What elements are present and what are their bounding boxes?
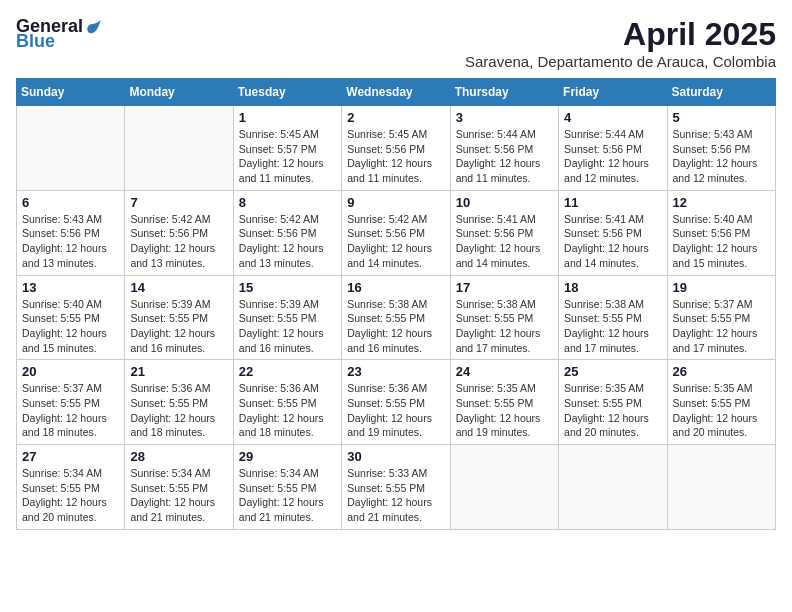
day-number: 9 [347, 195, 444, 210]
day-info: Sunrise: 5:38 AM Sunset: 5:55 PM Dayligh… [564, 297, 661, 356]
page-header: General Blue April 2025 Saravena, Depart… [16, 16, 776, 70]
calendar-cell: 11Sunrise: 5:41 AM Sunset: 5:56 PM Dayli… [559, 190, 667, 275]
calendar-week-4: 20Sunrise: 5:37 AM Sunset: 5:55 PM Dayli… [17, 360, 776, 445]
day-info: Sunrise: 5:36 AM Sunset: 5:55 PM Dayligh… [239, 381, 336, 440]
day-number: 5 [673, 110, 770, 125]
day-info: Sunrise: 5:41 AM Sunset: 5:56 PM Dayligh… [456, 212, 553, 271]
day-info: Sunrise: 5:37 AM Sunset: 5:55 PM Dayligh… [22, 381, 119, 440]
calendar-cell: 1Sunrise: 5:45 AM Sunset: 5:57 PM Daylig… [233, 106, 341, 191]
day-info: Sunrise: 5:43 AM Sunset: 5:56 PM Dayligh… [673, 127, 770, 186]
day-info: Sunrise: 5:40 AM Sunset: 5:56 PM Dayligh… [673, 212, 770, 271]
day-info: Sunrise: 5:37 AM Sunset: 5:55 PM Dayligh… [673, 297, 770, 356]
day-number: 26 [673, 364, 770, 379]
day-info: Sunrise: 5:45 AM Sunset: 5:57 PM Dayligh… [239, 127, 336, 186]
day-info: Sunrise: 5:36 AM Sunset: 5:55 PM Dayligh… [130, 381, 227, 440]
calendar-col-thursday: Thursday [450, 79, 558, 106]
day-number: 4 [564, 110, 661, 125]
day-info: Sunrise: 5:35 AM Sunset: 5:55 PM Dayligh… [564, 381, 661, 440]
day-number: 15 [239, 280, 336, 295]
calendar-cell: 12Sunrise: 5:40 AM Sunset: 5:56 PM Dayli… [667, 190, 775, 275]
day-info: Sunrise: 5:42 AM Sunset: 5:56 PM Dayligh… [239, 212, 336, 271]
calendar-cell: 19Sunrise: 5:37 AM Sunset: 5:55 PM Dayli… [667, 275, 775, 360]
day-info: Sunrise: 5:34 AM Sunset: 5:55 PM Dayligh… [239, 466, 336, 525]
day-info: Sunrise: 5:38 AM Sunset: 5:55 PM Dayligh… [347, 297, 444, 356]
day-number: 23 [347, 364, 444, 379]
calendar-week-3: 13Sunrise: 5:40 AM Sunset: 5:55 PM Dayli… [17, 275, 776, 360]
day-info: Sunrise: 5:44 AM Sunset: 5:56 PM Dayligh… [456, 127, 553, 186]
calendar-col-monday: Monday [125, 79, 233, 106]
calendar-table: SundayMondayTuesdayWednesdayThursdayFrid… [16, 78, 776, 530]
day-number: 19 [673, 280, 770, 295]
day-number: 12 [673, 195, 770, 210]
calendar-cell: 7Sunrise: 5:42 AM Sunset: 5:56 PM Daylig… [125, 190, 233, 275]
calendar-col-sunday: Sunday [17, 79, 125, 106]
calendar-cell: 17Sunrise: 5:38 AM Sunset: 5:55 PM Dayli… [450, 275, 558, 360]
calendar-cell: 2Sunrise: 5:45 AM Sunset: 5:56 PM Daylig… [342, 106, 450, 191]
day-number: 13 [22, 280, 119, 295]
logo-bird-icon [85, 18, 103, 36]
logo: General Blue [16, 16, 103, 52]
day-number: 16 [347, 280, 444, 295]
calendar-cell: 28Sunrise: 5:34 AM Sunset: 5:55 PM Dayli… [125, 445, 233, 530]
calendar-cell: 18Sunrise: 5:38 AM Sunset: 5:55 PM Dayli… [559, 275, 667, 360]
day-number: 28 [130, 449, 227, 464]
calendar-week-1: 1Sunrise: 5:45 AM Sunset: 5:57 PM Daylig… [17, 106, 776, 191]
calendar-cell: 3Sunrise: 5:44 AM Sunset: 5:56 PM Daylig… [450, 106, 558, 191]
calendar-week-2: 6Sunrise: 5:43 AM Sunset: 5:56 PM Daylig… [17, 190, 776, 275]
day-info: Sunrise: 5:33 AM Sunset: 5:55 PM Dayligh… [347, 466, 444, 525]
day-number: 25 [564, 364, 661, 379]
calendar-cell [559, 445, 667, 530]
day-number: 10 [456, 195, 553, 210]
calendar-cell [450, 445, 558, 530]
day-number: 11 [564, 195, 661, 210]
month-title: April 2025 [465, 16, 776, 53]
day-number: 29 [239, 449, 336, 464]
title-block: April 2025 Saravena, Departamento de Ara… [465, 16, 776, 70]
logo-blue-text: Blue [16, 31, 55, 52]
calendar-cell: 13Sunrise: 5:40 AM Sunset: 5:55 PM Dayli… [17, 275, 125, 360]
day-info: Sunrise: 5:42 AM Sunset: 5:56 PM Dayligh… [130, 212, 227, 271]
day-number: 21 [130, 364, 227, 379]
day-info: Sunrise: 5:35 AM Sunset: 5:55 PM Dayligh… [673, 381, 770, 440]
calendar-cell: 26Sunrise: 5:35 AM Sunset: 5:55 PM Dayli… [667, 360, 775, 445]
calendar-col-tuesday: Tuesday [233, 79, 341, 106]
calendar-cell: 8Sunrise: 5:42 AM Sunset: 5:56 PM Daylig… [233, 190, 341, 275]
calendar-cell: 23Sunrise: 5:36 AM Sunset: 5:55 PM Dayli… [342, 360, 450, 445]
day-number: 1 [239, 110, 336, 125]
day-number: 8 [239, 195, 336, 210]
calendar-col-saturday: Saturday [667, 79, 775, 106]
day-number: 14 [130, 280, 227, 295]
calendar-cell: 30Sunrise: 5:33 AM Sunset: 5:55 PM Dayli… [342, 445, 450, 530]
calendar-cell: 4Sunrise: 5:44 AM Sunset: 5:56 PM Daylig… [559, 106, 667, 191]
day-info: Sunrise: 5:34 AM Sunset: 5:55 PM Dayligh… [22, 466, 119, 525]
day-info: Sunrise: 5:41 AM Sunset: 5:56 PM Dayligh… [564, 212, 661, 271]
calendar-cell: 20Sunrise: 5:37 AM Sunset: 5:55 PM Dayli… [17, 360, 125, 445]
calendar-header-row: SundayMondayTuesdayWednesdayThursdayFrid… [17, 79, 776, 106]
day-info: Sunrise: 5:38 AM Sunset: 5:55 PM Dayligh… [456, 297, 553, 356]
calendar-col-friday: Friday [559, 79, 667, 106]
day-info: Sunrise: 5:40 AM Sunset: 5:55 PM Dayligh… [22, 297, 119, 356]
location-subtitle: Saravena, Departamento de Arauca, Colomb… [465, 53, 776, 70]
calendar-cell: 21Sunrise: 5:36 AM Sunset: 5:55 PM Dayli… [125, 360, 233, 445]
calendar-cell [17, 106, 125, 191]
day-number: 18 [564, 280, 661, 295]
calendar-week-5: 27Sunrise: 5:34 AM Sunset: 5:55 PM Dayli… [17, 445, 776, 530]
calendar-cell: 25Sunrise: 5:35 AM Sunset: 5:55 PM Dayli… [559, 360, 667, 445]
calendar-cell: 9Sunrise: 5:42 AM Sunset: 5:56 PM Daylig… [342, 190, 450, 275]
calendar-cell [125, 106, 233, 191]
calendar-col-wednesday: Wednesday [342, 79, 450, 106]
day-number: 6 [22, 195, 119, 210]
day-info: Sunrise: 5:44 AM Sunset: 5:56 PM Dayligh… [564, 127, 661, 186]
day-info: Sunrise: 5:35 AM Sunset: 5:55 PM Dayligh… [456, 381, 553, 440]
day-info: Sunrise: 5:45 AM Sunset: 5:56 PM Dayligh… [347, 127, 444, 186]
calendar-cell: 29Sunrise: 5:34 AM Sunset: 5:55 PM Dayli… [233, 445, 341, 530]
day-number: 30 [347, 449, 444, 464]
calendar-cell: 10Sunrise: 5:41 AM Sunset: 5:56 PM Dayli… [450, 190, 558, 275]
calendar-cell: 22Sunrise: 5:36 AM Sunset: 5:55 PM Dayli… [233, 360, 341, 445]
calendar-cell: 27Sunrise: 5:34 AM Sunset: 5:55 PM Dayli… [17, 445, 125, 530]
calendar-cell: 14Sunrise: 5:39 AM Sunset: 5:55 PM Dayli… [125, 275, 233, 360]
calendar-cell: 15Sunrise: 5:39 AM Sunset: 5:55 PM Dayli… [233, 275, 341, 360]
day-info: Sunrise: 5:36 AM Sunset: 5:55 PM Dayligh… [347, 381, 444, 440]
calendar-cell: 5Sunrise: 5:43 AM Sunset: 5:56 PM Daylig… [667, 106, 775, 191]
day-number: 20 [22, 364, 119, 379]
